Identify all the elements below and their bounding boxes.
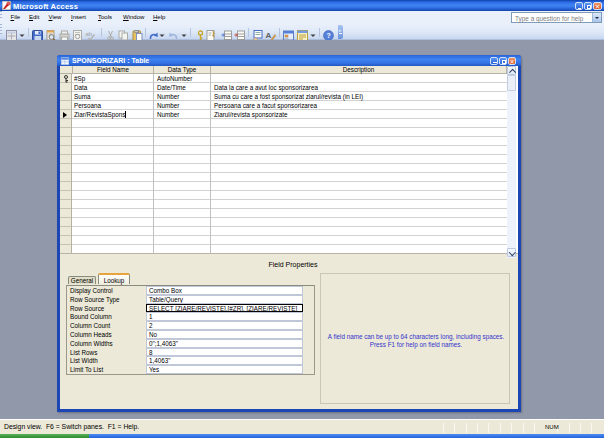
svg-text:ab: ab [86,31,93,37]
svg-text:?: ? [326,32,330,39]
svg-text:A: A [266,31,272,40]
